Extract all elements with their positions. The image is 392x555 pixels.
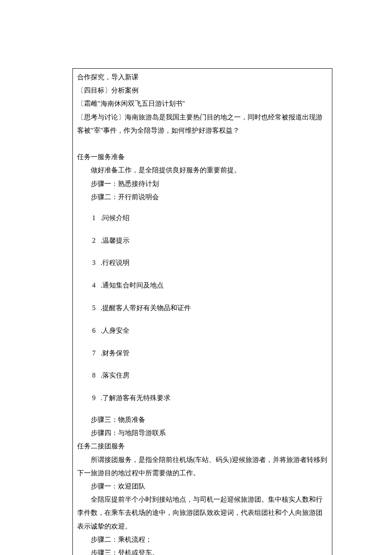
task1-item-1-text: .问候介绍 (101, 214, 130, 221)
task2-step2: 步骤二：乘机流程； (77, 533, 328, 546)
task1-step1: 步骤一：熟悉接待计划 (77, 177, 328, 190)
intro-line3: 〔霜雌"海南休闲双飞五日游计划书" (77, 97, 328, 110)
task1-step2: 步骤二：开行前说明会 (77, 190, 328, 203)
task1-item-1: 1 .问候介绍 (92, 210, 328, 226)
task1-item-9: 9 .了解游客有无特殊要求 (92, 390, 328, 406)
intro-line1: 合作探究，导入新课 (77, 70, 328, 84)
task1-item-3: 3 .行程说明 (92, 255, 328, 271)
task1-title: 任务一服务准备 (77, 150, 328, 163)
task1-item-9-text: .了解游客有无特殊要求 (101, 394, 170, 401)
task1-item-3-text: .行程说明 (101, 259, 130, 266)
task1-item-4: 4 .通知集合时间及地点 (92, 278, 328, 293)
task2-title: 任务二接团服务 (77, 439, 328, 453)
task1-item-5: 5 .提醒客人带好有关物品和证件 (92, 300, 328, 316)
task1-step4: 步骤四：与地陪导游联系 (77, 426, 328, 439)
task2-desc: 所谓接团服务，是指全陪前往机场(车站、码头)迎候旅游者，并将旅游者转移到下一旅游… (77, 453, 328, 479)
task1-desc: 做好准备工作，是全陪提供良好服务的重要前提。 (77, 163, 328, 177)
task1-step3: 步骤三：物质准备 (77, 413, 328, 426)
task1-item-4-text: .通知集合时间及地点 (101, 282, 164, 289)
intro-line2: 〔四目标〕分析案例 (77, 84, 328, 97)
task1-item-6: 6 .人身安全 (92, 323, 328, 339)
task1-item-8-text: .落实住房 (101, 372, 130, 379)
blank-line (77, 137, 328, 150)
document-frame: 合作探究，导入新课 〔四目标〕分析案例 〔霜雌"海南休闲双飞五日游计划书" 〔思… (72, 68, 332, 555)
task1-item-8: 8 .落实住房 (92, 368, 328, 384)
task1-item-2: 2 .温馨提示 (92, 233, 328, 249)
task2-step1-desc: 全陪应提前半个小时到接站地点，与司机一起迎候旅游团。集中核实人数和行李件数，在乘… (77, 493, 328, 533)
task1-item-7-text: .财务保管 (101, 349, 130, 357)
intro-line4: 〔思考与讨论〕海南旅游岛是我国主要热门目的地之一，同时也经常被报道出现游客被"宰… (77, 110, 328, 137)
task1-item-7: 7 .财务保管 (92, 346, 328, 361)
task1-item-2-text: .温馨提示 (101, 237, 130, 244)
task2-step1: 步骤一：欢迎团队 (77, 479, 328, 493)
task1-item-5-text: .提醒客人带好有关物品和证件 (101, 304, 191, 311)
task1-item-6-text: .人身安全 (101, 327, 130, 334)
task2-step3: 步骤三：登机或登车。 (77, 546, 328, 555)
